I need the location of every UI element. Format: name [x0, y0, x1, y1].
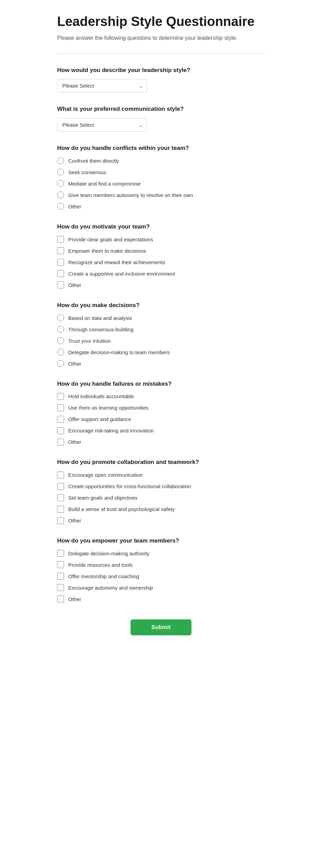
q6-checkbox-3[interactable] [57, 416, 64, 423]
list-item[interactable]: Encourage autonomy and ownership [57, 584, 265, 591]
question-7-section: How do you promote collaboration and tea… [57, 458, 265, 524]
question-2-section: What is your preferred communication sty… [57, 105, 265, 132]
question-1-section: How would you describe your leadership s… [57, 66, 265, 93]
list-item[interactable]: Delegate decision-making authority [57, 550, 265, 557]
q8-checkbox-5[interactable] [57, 596, 64, 602]
list-item[interactable]: Provide resources and tools [57, 561, 265, 569]
list-item[interactable]: Set team goals and objectives [57, 494, 265, 501]
question-1-label: How would you describe your leadership s… [57, 66, 265, 74]
list-item[interactable]: Give team members autonomy to resolve on… [57, 191, 265, 199]
q3-label-3: Mediate and find a compromise [68, 180, 141, 187]
q3-label-4: Give team members autonomy to resolve on… [68, 191, 193, 199]
list-item[interactable]: Based on data and analysis [57, 314, 265, 322]
q4-checkbox-1[interactable] [57, 236, 64, 243]
communication-style-select[interactable]: Please Select Direct Collaborative Empat… [57, 118, 147, 132]
q8-checkbox-2[interactable] [57, 561, 64, 568]
list-item[interactable]: Trust your intuition [57, 337, 265, 344]
q4-label-1: Provide clear goals and expectations [68, 236, 153, 243]
list-item[interactable]: Seek consensus [57, 169, 265, 176]
list-item[interactable]: Create opportunities for cross-functiona… [57, 483, 265, 490]
q7-checkbox-3[interactable] [57, 494, 64, 501]
list-item[interactable]: Other [57, 281, 265, 289]
question-4-checkbox-group: Provide clear goals and expectations Emp… [57, 236, 265, 289]
list-item[interactable]: Build a sense of trust and psychological… [57, 505, 265, 513]
section-divider [57, 53, 265, 54]
list-item[interactable]: Mediate and find a compromise [57, 180, 265, 187]
q4-checkbox-4[interactable] [57, 270, 64, 277]
list-item[interactable]: Offer support and guidance [57, 415, 265, 423]
q7-label-1: Encourage open communication [68, 471, 143, 478]
q4-checkbox-3[interactable] [57, 259, 64, 266]
question-3-section: How do you handle conflicts within your … [57, 144, 265, 210]
question-5-radio-group: Based on data and analysis Through conse… [57, 314, 265, 367]
list-item[interactable]: Hold individuals accountable [57, 393, 265, 400]
q5-label-4: Delegate decision-making to team members [68, 349, 170, 356]
list-item[interactable]: Through consensus-building [57, 326, 265, 333]
q6-checkbox-5[interactable] [57, 439, 64, 446]
question-8-section: How do you empower your team members? De… [57, 537, 265, 603]
q8-checkbox-3[interactable] [57, 573, 64, 580]
q8-label-5: Other [68, 596, 81, 603]
q8-checkbox-4[interactable] [57, 584, 64, 591]
question-5-label: How do you make decisions? [57, 301, 265, 310]
list-item[interactable]: Encourage open communication [57, 471, 265, 478]
q5-radio-5[interactable] [57, 360, 64, 367]
q6-label-4: Encourage risk-taking and innovation [68, 427, 154, 434]
list-item[interactable]: Use them as learning opportunities [57, 404, 265, 411]
question-8-checkbox-group: Delegate decision-making authority Provi… [57, 550, 265, 603]
leadership-style-select[interactable]: Please Select Autocratic Democratic Tran… [57, 79, 147, 92]
q6-label-2: Use them as learning opportunities [68, 404, 149, 411]
q3-radio-5[interactable] [57, 203, 64, 210]
q7-label-4: Build a sense of trust and psychological… [68, 505, 175, 513]
list-item[interactable]: Delegate decision-making to team members [57, 349, 265, 356]
q3-label-5: Other [68, 203, 81, 210]
q6-label-3: Offer support and guidance [68, 415, 131, 423]
q5-radio-1[interactable] [57, 314, 64, 321]
q5-label-2: Through consensus-building [68, 326, 133, 333]
list-item[interactable]: Provide clear goals and expectations [57, 236, 265, 243]
list-item[interactable]: Encourage risk-taking and innovation [57, 427, 265, 434]
q7-checkbox-5[interactable] [57, 517, 64, 524]
q6-checkbox-2[interactable] [57, 404, 64, 411]
q6-checkbox-1[interactable] [57, 393, 64, 400]
list-item[interactable]: Other [57, 360, 265, 367]
question-1-select-wrapper: Please Select Autocratic Democratic Tran… [57, 79, 147, 92]
q7-checkbox-1[interactable] [57, 472, 64, 478]
list-item[interactable]: Empower them to make decisions [57, 247, 265, 254]
list-item[interactable]: Confront them directly [57, 157, 265, 164]
q5-radio-3[interactable] [57, 337, 64, 344]
q5-radio-2[interactable] [57, 326, 64, 333]
question-4-label: How do you motivate your team? [57, 223, 265, 231]
list-item[interactable]: Other [57, 438, 265, 446]
q8-label-1: Delegate decision-making authority [68, 550, 149, 557]
q7-label-5: Other [68, 517, 81, 524]
question-7-checkbox-group: Encourage open communication Create oppo… [57, 471, 265, 524]
q8-checkbox-1[interactable] [57, 550, 64, 557]
q4-label-3: Recognize and reward their achievements [68, 259, 165, 266]
list-item[interactable]: Other [57, 596, 265, 603]
q3-radio-1[interactable] [57, 157, 64, 164]
page-title: Leadership Style Questionnaire [57, 14, 265, 30]
q4-checkbox-2[interactable] [57, 247, 64, 254]
q6-checkbox-4[interactable] [57, 427, 64, 434]
list-item[interactable]: Other [57, 517, 265, 524]
q3-radio-4[interactable] [57, 191, 64, 198]
q7-checkbox-4[interactable] [57, 506, 64, 513]
q6-label-5: Other [68, 438, 81, 446]
q5-radio-4[interactable] [57, 349, 64, 356]
question-4-section: How do you motivate your team? Provide c… [57, 223, 265, 289]
q4-checkbox-5[interactable] [57, 281, 64, 288]
list-item[interactable]: Create a supportive and inclusive enviro… [57, 270, 265, 277]
list-item[interactable]: Offer mentorship and coaching [57, 573, 265, 580]
list-item[interactable]: Other [57, 203, 265, 210]
question-3-label: How do you handle conflicts within your … [57, 144, 265, 152]
q3-label-2: Seek consensus [68, 169, 106, 176]
q4-label-4: Create a supportive and inclusive enviro… [68, 270, 175, 277]
list-item[interactable]: Recognize and reward their achievements [57, 259, 265, 266]
q7-checkbox-2[interactable] [57, 483, 64, 490]
q3-radio-2[interactable] [57, 169, 64, 176]
q3-radio-3[interactable] [57, 180, 64, 187]
submit-button[interactable]: Submit [131, 619, 191, 635]
question-8-label: How do you empower your team members? [57, 537, 265, 545]
question-2-select-wrapper: Please Select Direct Collaborative Empat… [57, 118, 147, 132]
